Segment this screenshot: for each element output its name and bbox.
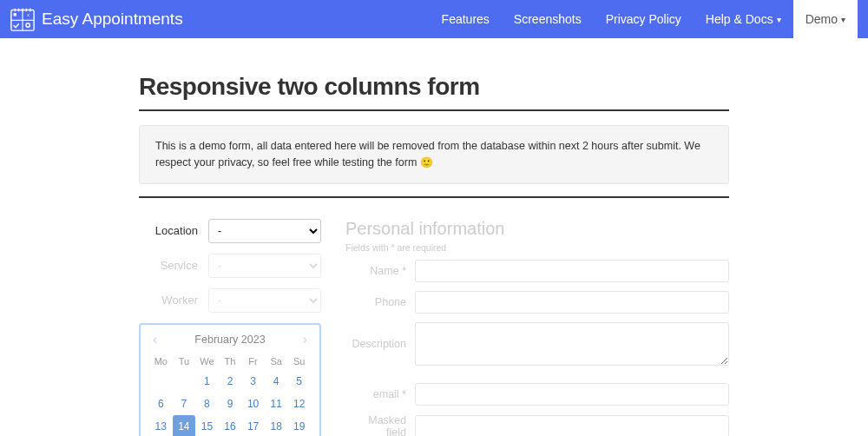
location-label: Location — [139, 224, 208, 237]
calendar-day[interactable]: 8 — [195, 393, 219, 415]
svg-rect-3 — [14, 13, 17, 17]
row-worker: Worker - — [139, 288, 321, 313]
email-label: email * — [345, 388, 415, 400]
description-textarea[interactable] — [415, 322, 729, 366]
calendar-day[interactable]: 4 — [265, 370, 288, 393]
row-description: Description — [345, 322, 729, 366]
divider — [139, 196, 729, 198]
divider — [139, 109, 729, 111]
svg-point-5 — [26, 23, 30, 27]
chevron-down-icon: ▾ — [777, 15, 781, 24]
calendar-title: February 2023 — [194, 334, 265, 346]
service-select: - — [208, 254, 321, 278]
service-label: Service — [139, 259, 208, 272]
row-location: Location - — [139, 219, 321, 243]
calendar-day[interactable]: 11 — [265, 393, 288, 415]
name-label: Name * — [345, 265, 415, 277]
calendar-day — [173, 370, 196, 393]
brand: x Easy Appointments — [10, 7, 183, 31]
email-input[interactable] — [415, 383, 729, 406]
nav-demo[interactable]: Demo▾ — [793, 0, 858, 38]
row-service: Service - — [139, 254, 321, 278]
calendar-day[interactable]: 5 — [287, 370, 311, 393]
calendar-day — [149, 370, 173, 393]
worker-label: Worker — [139, 294, 208, 307]
calendar-day[interactable]: 19 — [287, 415, 311, 437]
calendar-day[interactable]: 14 — [173, 415, 196, 437]
smile-icon: 🙂 — [420, 156, 433, 168]
calendar-day[interactable]: 10 — [241, 393, 265, 415]
location-select[interactable]: - — [208, 219, 321, 243]
calendar-day[interactable]: 18 — [265, 415, 288, 437]
calendar-dow: Su — [287, 353, 311, 370]
calendar: ‹ February 2023 › MoTuWeThFrSaSu12345678… — [139, 323, 321, 437]
row-masked: Masked field — [345, 414, 729, 437]
calendar-day[interactable]: 16 — [219, 415, 242, 437]
calendar-day[interactable]: 2 — [219, 370, 242, 393]
nav-screenshots[interactable]: Screenshots — [502, 0, 594, 38]
calendar-next-icon[interactable]: › — [299, 332, 311, 347]
calendar-dow: Tu — [173, 353, 196, 370]
calendar-day[interactable]: 12 — [287, 393, 311, 415]
svg-text:x: x — [27, 12, 30, 17]
chevron-down-icon: ▾ — [841, 15, 845, 24]
calendar-grid: MoTuWeThFrSaSu12345678910111213141516171… — [149, 353, 311, 437]
page-title: Responsive two columns form — [139, 73, 729, 101]
main-container: Responsive two columns form This is a de… — [122, 38, 746, 436]
column-personal: Personal information Fields with * are r… — [345, 219, 729, 437]
calendar-dow: Fr — [241, 353, 265, 370]
brand-logo-icon: x — [10, 7, 35, 31]
calendar-dow: We — [195, 353, 219, 370]
brand-text: Easy Appointments — [42, 10, 183, 29]
calendar-day[interactable]: 6 — [149, 393, 173, 415]
calendar-day[interactable]: 9 — [219, 393, 242, 415]
row-email: email * — [345, 383, 729, 406]
calendar-day[interactable]: 15 — [195, 415, 219, 437]
calendar-day[interactable]: 7 — [173, 393, 196, 415]
description-label: Description — [345, 338, 415, 350]
nav-privacy[interactable]: Privacy Policy — [594, 0, 694, 38]
calendar-prev-icon[interactable]: ‹ — [149, 332, 161, 347]
masked-label: Masked field — [345, 414, 415, 437]
form-two-columns: Location - Service - Worker - ‹ February… — [139, 219, 729, 437]
row-phone: Phone — [345, 291, 729, 314]
worker-select: - — [208, 288, 321, 313]
calendar-day[interactable]: 13 — [149, 415, 173, 437]
name-input[interactable] — [415, 260, 729, 282]
phone-label: Phone — [345, 296, 415, 308]
personal-subnote: Fields with * are required — [345, 242, 729, 253]
row-name: Name * — [345, 260, 729, 282]
calendar-dow: Th — [219, 353, 242, 370]
calendar-day[interactable]: 1 — [195, 370, 219, 393]
calendar-dow: Sa — [265, 353, 288, 370]
calendar-day[interactable]: 3 — [241, 370, 265, 393]
nav-help-docs[interactable]: Help & Docs▾ — [694, 0, 793, 38]
calendar-dow: Mo — [149, 353, 173, 370]
phone-input[interactable] — [415, 291, 729, 314]
calendar-day[interactable]: 17 — [241, 415, 265, 437]
nav-items: Features Screenshots Privacy Policy Help… — [430, 0, 858, 38]
masked-input[interactable] — [415, 415, 729, 437]
top-navbar: x Easy Appointments Features Screenshots… — [0, 0, 868, 38]
personal-heading: Personal information — [345, 219, 729, 239]
column-appointment: Location - Service - Worker - ‹ February… — [139, 219, 321, 437]
nav-features[interactable]: Features — [430, 0, 502, 38]
demo-notice: This is a demo form, all data entered he… — [139, 125, 729, 184]
